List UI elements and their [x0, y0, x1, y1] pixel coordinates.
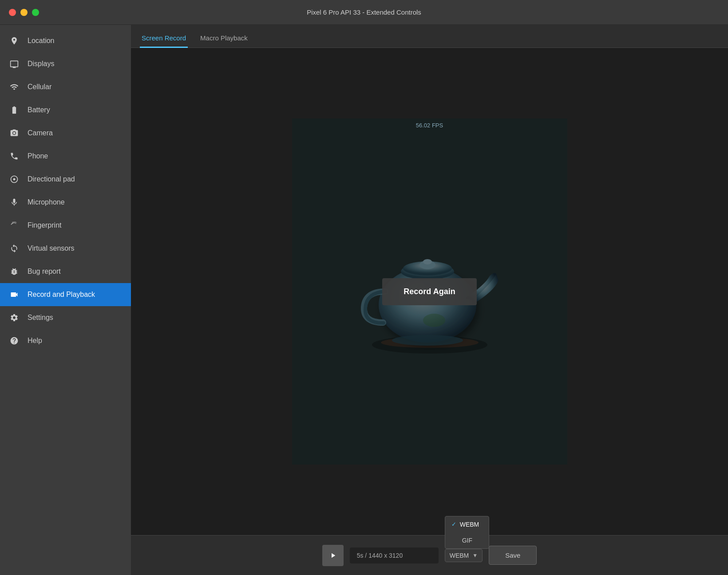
content-area: Screen Record Macro Playback 56.02 FPS	[131, 25, 728, 575]
settings-icon	[9, 312, 20, 323]
sidebar-label-directional-pad: Directional pad	[28, 175, 75, 183]
sidebar-label-settings: Settings	[28, 314, 53, 322]
svg-point-0	[13, 132, 15, 134]
dropdown-arrow-icon[interactable]: ▼	[472, 552, 478, 559]
bottom-bar: 5s / 1440 x 3120 ✓ WEBM GIF WEBM ▼	[131, 535, 728, 575]
displays-icon	[9, 59, 20, 69]
format-option-gif[interactable]: GIF	[445, 532, 489, 548]
sidebar-item-location[interactable]: Location	[0, 29, 131, 52]
sidebar-item-help[interactable]: Help	[0, 329, 131, 352]
format-gif-label: GIF	[462, 537, 472, 544]
camera-icon	[9, 128, 20, 138]
phone-icon	[9, 151, 20, 161]
sidebar-item-settings[interactable]: Settings	[0, 306, 131, 329]
sidebar-label-bug-report: Bug report	[28, 268, 61, 276]
format-option-webm[interactable]: ✓ WEBM	[445, 516, 489, 532]
format-dropdown[interactable]: ✓ WEBM GIF WEBM ▼	[445, 549, 483, 562]
sidebar-item-record-and-playback[interactable]: Record and Playback	[0, 283, 131, 306]
sidebar-label-displays: Displays	[28, 60, 54, 68]
check-icon: ✓	[451, 521, 456, 528]
close-button[interactable]	[9, 9, 16, 16]
minimize-button[interactable]	[20, 9, 28, 16]
format-list: ✓ WEBM GIF	[445, 516, 489, 549]
location-icon	[9, 35, 20, 46]
window-title: Pixel 6 Pro API 33 - Extended Controls	[307, 8, 421, 16]
sidebar-label-location: Location	[28, 37, 55, 45]
sidebar-label-fingerprint: Fingerprint	[28, 221, 61, 229]
record-again-button[interactable]: Record Again	[382, 278, 476, 305]
sidebar-label-cellular: Cellular	[28, 83, 51, 91]
main-layout: Location Displays Cellular Battery Camer	[0, 25, 728, 575]
sidebar-item-camera[interactable]: Camera	[0, 122, 131, 145]
record-and-playback-icon	[9, 289, 20, 300]
save-button[interactable]: Save	[489, 546, 537, 565]
sidebar-item-bug-report[interactable]: Bug report	[0, 260, 131, 283]
play-button[interactable]	[322, 545, 344, 566]
preview-area: 56.02 FPS	[131, 48, 728, 535]
sidebar: Location Displays Cellular Battery Camer	[0, 25, 131, 575]
sidebar-label-microphone: Microphone	[28, 198, 65, 206]
svg-point-1	[13, 178, 16, 181]
sidebar-item-cellular[interactable]: Cellular	[0, 75, 131, 98]
format-dropdown-inner[interactable]: WEBM ▼	[445, 549, 483, 562]
format-webm-label: WEBM	[460, 521, 479, 528]
sidebar-item-directional-pad[interactable]: Directional pad	[0, 168, 131, 191]
dark-overlay: Record Again	[292, 118, 567, 465]
tab-macro-playback[interactable]: Macro Playback	[198, 29, 249, 48]
sidebar-item-fingerprint[interactable]: Fingerprint	[0, 214, 131, 237]
fingerprint-icon	[9, 220, 20, 231]
sidebar-label-record-and-playback: Record and Playback	[28, 291, 95, 299]
video-preview: 56.02 FPS	[292, 118, 567, 465]
tabs-bar: Screen Record Macro Playback	[131, 25, 728, 48]
window-controls	[9, 9, 39, 16]
tab-screen-record[interactable]: Screen Record	[140, 29, 188, 48]
sidebar-label-help: Help	[28, 337, 42, 345]
sidebar-label-virtual-sensors: Virtual sensors	[28, 244, 75, 252]
sidebar-label-camera: Camera	[28, 129, 53, 137]
sidebar-label-battery: Battery	[28, 106, 50, 114]
sidebar-item-microphone[interactable]: Microphone	[0, 191, 131, 214]
sidebar-label-phone: Phone	[28, 152, 48, 160]
sidebar-item-battery[interactable]: Battery	[0, 98, 131, 122]
bug-report-icon	[9, 266, 20, 277]
sidebar-item-displays[interactable]: Displays	[0, 52, 131, 75]
title-bar: Pixel 6 Pro API 33 - Extended Controls	[0, 0, 728, 25]
microphone-icon	[9, 197, 20, 208]
cellular-icon	[9, 82, 20, 92]
maximize-button[interactable]	[32, 9, 39, 16]
battery-icon	[9, 105, 20, 115]
recording-info: 5s / 1440 x 3120	[350, 547, 439, 563]
help-icon	[9, 335, 20, 346]
sidebar-item-virtual-sensors[interactable]: Virtual sensors	[0, 237, 131, 260]
directional-pad-icon	[9, 174, 20, 185]
selected-format-label: WEBM	[450, 552, 469, 559]
virtual-sensors-icon	[9, 243, 20, 254]
fps-label: 56.02 FPS	[416, 122, 443, 129]
sidebar-item-phone[interactable]: Phone	[0, 145, 131, 168]
play-icon	[329, 551, 337, 559]
